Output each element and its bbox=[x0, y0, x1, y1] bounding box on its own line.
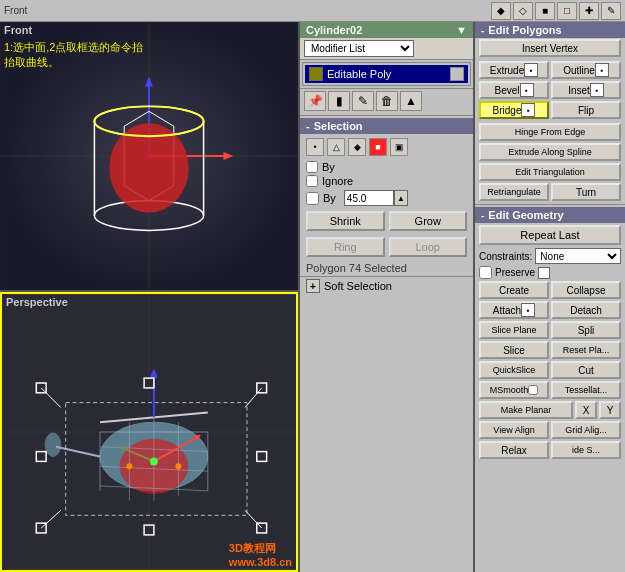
vertex-icon[interactable]: • bbox=[306, 138, 324, 156]
ring-button[interactable]: Ring bbox=[306, 237, 385, 257]
by-label: By bbox=[322, 161, 335, 173]
view-align-button[interactable]: View Align bbox=[479, 421, 549, 439]
toolbar-icon-2[interactable]: ◇ bbox=[513, 2, 533, 20]
bevel-button[interactable]: Bevel ▪ bbox=[479, 81, 549, 99]
preserve-box[interactable] bbox=[538, 267, 550, 279]
polygon-icon[interactable]: ■ bbox=[369, 138, 387, 156]
grow-button[interactable]: Grow bbox=[389, 211, 468, 231]
soft-selection-label: Soft Selection bbox=[324, 280, 392, 292]
outline-settings-box[interactable]: ▪ bbox=[595, 63, 609, 77]
show-end-btn[interactable]: ▮ bbox=[328, 91, 350, 111]
ignore-checkbox[interactable] bbox=[306, 175, 318, 187]
edge-icon[interactable]: △ bbox=[327, 138, 345, 156]
bridge-settings-box[interactable]: ▪ bbox=[521, 103, 535, 117]
preserve-checkbox[interactable] bbox=[479, 266, 492, 279]
extrude-along-spline-button[interactable]: Extrude Along Spline bbox=[479, 143, 621, 161]
selection-icons-row: • △ ◆ ■ ▣ bbox=[300, 134, 473, 160]
object-name-icon: ▼ bbox=[456, 24, 467, 36]
bridge-button[interactable]: Bridge ▪ bbox=[479, 101, 549, 119]
relax-ide-row: Relax ide S... bbox=[475, 440, 625, 460]
ignore-label: Ignore bbox=[322, 175, 353, 187]
outline-button[interactable]: Outline ▪ bbox=[551, 61, 621, 79]
retriangulate-button[interactable]: Retriangulate bbox=[479, 183, 549, 201]
pin-stack-btn[interactable]: 📌 bbox=[304, 91, 326, 111]
repeat-last-button[interactable]: Repeat Last bbox=[479, 225, 621, 245]
selection-collapse-btn[interactable]: - bbox=[306, 120, 310, 132]
insert-vertex-button[interactable]: Insert Vertex bbox=[479, 39, 621, 57]
inset-button[interactable]: Inset ▪ bbox=[551, 81, 621, 99]
grid-align-button[interactable]: Grid Alig... bbox=[551, 421, 621, 439]
extrude-settings-box[interactable]: ▪ bbox=[524, 63, 538, 77]
y-button[interactable]: Y bbox=[599, 401, 621, 419]
modifier-color-swatch2 bbox=[450, 67, 464, 81]
by-checkbox[interactable] bbox=[306, 161, 318, 173]
modifier-item-label: Editable Poly bbox=[327, 68, 391, 80]
create-button[interactable]: Create bbox=[479, 281, 549, 299]
inset-settings-box[interactable]: ▪ bbox=[590, 83, 604, 97]
slice-plane-button[interactable]: Slice Plane bbox=[479, 321, 549, 339]
toolbar-icon-4[interactable]: □ bbox=[557, 2, 577, 20]
attach-button[interactable]: Attach ▪ bbox=[479, 301, 549, 319]
constraints-row: Constraints: None bbox=[475, 247, 625, 265]
selection-panel-header: - Selection bbox=[300, 118, 473, 134]
tessellate-button[interactable]: Tessellat... bbox=[551, 381, 621, 399]
slice-button[interactable]: Slice bbox=[479, 341, 549, 359]
msmooth-button[interactable]: MSmooth bbox=[479, 381, 549, 399]
spli-button[interactable]: Spli bbox=[551, 321, 621, 339]
edit-geometry-collapse-btn[interactable]: - bbox=[481, 210, 484, 221]
bevel-settings-box[interactable]: ▪ bbox=[520, 83, 534, 97]
make-planar-xyz-row: Make Planar X Y bbox=[475, 400, 625, 420]
ignore-checkbox-row: Ignore bbox=[300, 174, 473, 188]
front-viewport-label: Front bbox=[4, 24, 32, 36]
by-checkbox-row: By bbox=[300, 160, 473, 174]
reset-plane-button[interactable]: Reset Pla... bbox=[551, 341, 621, 359]
toolbar-icon-1[interactable]: ◆ bbox=[491, 2, 511, 20]
edit-polygons-collapse-btn[interactable]: - bbox=[481, 25, 484, 36]
attach-settings-box[interactable]: ▪ bbox=[521, 303, 535, 317]
flip-button[interactable]: Flip bbox=[551, 101, 621, 119]
modifier-item-editable-poly[interactable]: Editable Poly bbox=[305, 65, 468, 83]
quickslice-button[interactable]: QuickSlice bbox=[479, 361, 549, 379]
ide-s-button[interactable]: ide S... bbox=[551, 441, 621, 459]
toolbar-icon-6[interactable]: ✎ bbox=[601, 2, 621, 20]
make-planar-button[interactable]: Make Planar bbox=[479, 401, 573, 419]
right-panel: - Edit Polygons Insert Vertex Extrude ▪ … bbox=[475, 22, 625, 572]
retriangulate-turn-row: Retriangulate Turn bbox=[475, 182, 625, 202]
viewport-perspective[interactable]: Perspective bbox=[0, 292, 298, 572]
edit-triangulation-button[interactable]: Edit Triangulation bbox=[479, 163, 621, 181]
hinge-from-edge-button[interactable]: Hinge From Edge bbox=[479, 123, 621, 141]
soft-selection-expand-btn[interactable]: + bbox=[306, 279, 320, 293]
toolbar-icon-5[interactable]: ✚ bbox=[579, 2, 599, 20]
loop-button[interactable]: Loop bbox=[389, 237, 468, 257]
svg-point-39 bbox=[175, 463, 181, 469]
element-icon[interactable]: ▣ bbox=[390, 138, 408, 156]
selection-status: Polygon 74 Selected bbox=[300, 260, 473, 276]
toolbar-icon-3[interactable]: ■ bbox=[535, 2, 555, 20]
relax-button[interactable]: Relax bbox=[479, 441, 549, 459]
selection-title: Selection bbox=[314, 120, 363, 132]
collapse-button[interactable]: Collapse bbox=[551, 281, 621, 299]
modifier-list-dropdown[interactable]: Modifier List bbox=[304, 40, 414, 57]
border-icon[interactable]: ◆ bbox=[348, 138, 366, 156]
perspective-viewport-label: Perspective bbox=[6, 296, 68, 308]
move-up-btn[interactable]: ▲ bbox=[400, 91, 422, 111]
top-toolbar: Front ◆ ◇ ■ □ ✚ ✎ bbox=[0, 0, 625, 22]
extrude-button[interactable]: Extrude ▪ bbox=[479, 61, 549, 79]
shrink-button[interactable]: Shrink bbox=[306, 211, 385, 231]
msmooth-checkbox[interactable] bbox=[528, 385, 538, 395]
svg-point-38 bbox=[126, 463, 132, 469]
x-button[interactable]: X bbox=[575, 401, 597, 419]
angle-spinbox[interactable] bbox=[344, 190, 394, 206]
angle-checkbox[interactable] bbox=[306, 192, 319, 205]
detach-button[interactable]: Detach bbox=[551, 301, 621, 319]
cut-button[interactable]: Cut bbox=[551, 361, 621, 379]
spin-up-arrow[interactable]: ▲ bbox=[394, 190, 408, 206]
turn-button[interactable]: Turn bbox=[551, 183, 621, 201]
modifier-color-swatch bbox=[309, 67, 323, 81]
constraints-dropdown[interactable]: None bbox=[535, 248, 621, 264]
make-unique-btn[interactable]: ✎ bbox=[352, 91, 374, 111]
modifier-stack: Editable Poly bbox=[302, 62, 471, 86]
viewport-front[interactable]: Front 1:选中面,2点取框选的命令抬 抬取曲线。 bbox=[0, 22, 298, 292]
slice-plane-row: Slice Plane Spli bbox=[475, 320, 625, 340]
remove-modifier-btn[interactable]: 🗑 bbox=[376, 91, 398, 111]
